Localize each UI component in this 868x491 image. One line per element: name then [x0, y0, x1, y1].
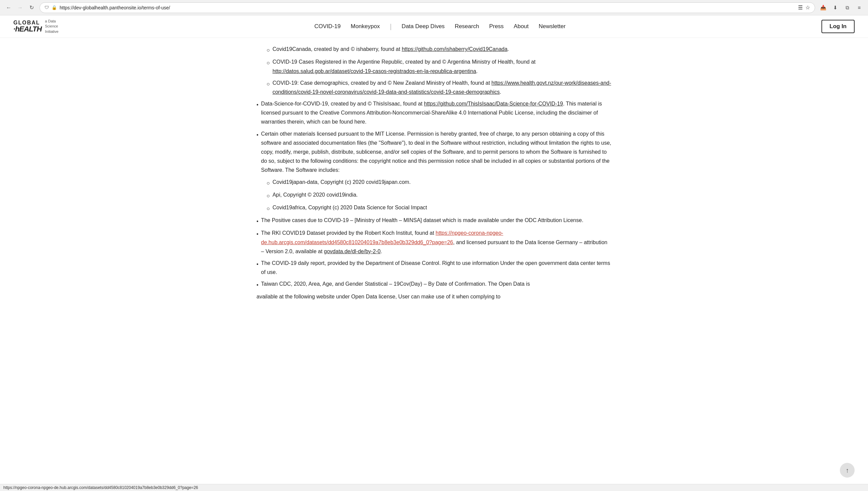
- list-item: • The Positive cases due to COVID-19 – […: [257, 216, 611, 226]
- refresh-icon: ↻: [29, 4, 34, 11]
- logo-subtitle: a Data Science Initiative: [45, 19, 58, 34]
- lock-icon: 🔒: [52, 5, 57, 10]
- nav-newsletter[interactable]: Newsletter: [539, 23, 566, 30]
- list-item: • Taiwan CDC, 2020, Area, Age, and Gende…: [257, 279, 611, 289]
- item-text: Covid19japan-data, Copyright (c) 2020 co…: [273, 177, 411, 187]
- data-science-link[interactable]: https://github.com/ThisIsIsaac/Data-Scie…: [424, 101, 563, 107]
- nav-separator: |: [390, 23, 391, 30]
- browser-actions: 📥 ⬇ ⧉ ≡: [818, 3, 864, 12]
- list-item: ○ COVID-19 Cases Registered in the Argen…: [267, 57, 611, 75]
- list-item: ○ Covid19Canada, created by and © ishabe…: [267, 45, 611, 55]
- download-icon: ⬇: [833, 5, 838, 11]
- nav-covid19[interactable]: COVID-19: [315, 23, 340, 30]
- main-nav: COVID-19 Monkeypox | Data Deep Dives Res…: [315, 23, 566, 30]
- tabs-icon: ⧉: [845, 5, 849, 11]
- bullet-dot: •: [257, 229, 259, 256]
- sub-bullet-circle: ○: [267, 178, 270, 187]
- nav-data-deep-dives[interactable]: Data Deep Dives: [401, 23, 445, 30]
- menu-button[interactable]: ≡: [855, 3, 864, 12]
- content-list: ○ Covid19Canada, created by and © ishabe…: [257, 45, 611, 289]
- partial-text: available at the following website under…: [257, 292, 611, 301]
- list-item: ○ Covid19japan-data, Copyright (c) 2020 …: [267, 177, 611, 187]
- list-item: ○ COVID-19: Case demographics, created b…: [267, 78, 611, 96]
- nav-about[interactable]: About: [514, 23, 529, 30]
- main-content: ○ Covid19Canada, created by and © ishabe…: [243, 38, 625, 315]
- url-display: https://dev-globalhealth.pantheonsite.io…: [60, 5, 795, 10]
- item-text: The COVID-19 daily report, provided by t…: [261, 259, 611, 277]
- list-item: • The RKI COVID19 Dataset provided by th…: [257, 228, 611, 256]
- pocket-icon: 📥: [820, 5, 827, 11]
- star-icon[interactable]: ☆: [805, 4, 810, 11]
- login-button[interactable]: Log In: [821, 20, 855, 33]
- sub-bullet-circle: ○: [267, 204, 270, 213]
- bullet-dot: •: [257, 100, 259, 126]
- list-item: • Data-Science-for-COVID-19, created by …: [257, 99, 611, 126]
- list-item: ○ Api, Copyright © 2020 covid19india.: [267, 190, 611, 200]
- item-text: COVID-19: Case demographics, created by …: [273, 78, 611, 96]
- sub-bullet-circle: ○: [267, 58, 270, 75]
- argentina-link[interactable]: http://datos.salud.gob.ar/dataset/covid-…: [273, 68, 476, 74]
- item-text: The RKI COVID19 Dataset provided by the …: [261, 228, 611, 256]
- download-button[interactable]: ⬇: [831, 3, 840, 12]
- nz-link[interactable]: https://www.health.govt.nz/our-work/dise…: [273, 80, 611, 95]
- rki-link[interactable]: https://npgeo-corona-npgeo-de.hub.arcgis…: [261, 230, 503, 245]
- item-text: Api, Copyright © 2020 covid19india.: [273, 190, 358, 200]
- nav-press[interactable]: Press: [489, 23, 504, 30]
- site-header: GLOBAL ·hEALTH a Data Science Initiative…: [0, 16, 868, 38]
- item-text: Data-Science-for-COVID-19, created by an…: [261, 99, 611, 126]
- item-text: Covid19Canada, created by and © ishaberr…: [273, 45, 509, 55]
- item-text: COVID-19 Cases Registered in the Argenti…: [273, 57, 611, 75]
- list-item: • The COVID-19 daily report, provided by…: [257, 259, 611, 277]
- list-item: ○ Covid19africa, Copyright (c) 2020 Data…: [267, 203, 611, 213]
- item-text: The Positive cases due to COVID-19 – [Mi…: [261, 216, 583, 226]
- logo-area: GLOBAL ·hEALTH a Data Science Initiative: [13, 19, 59, 34]
- bullet-dot: •: [257, 217, 259, 226]
- item-text: Covid19africa, Copyright (c) 2020 Data S…: [273, 203, 427, 213]
- back-icon: ←: [6, 5, 11, 11]
- pocket-button[interactable]: 📥: [818, 3, 828, 12]
- tabs-button[interactable]: ⧉: [842, 3, 852, 12]
- logo-health: ·hEALTH: [13, 25, 41, 33]
- address-bar[interactable]: 🛡 🔒 https://dev-globalhealth.pantheonsit…: [39, 2, 815, 13]
- bullet-dot: •: [257, 260, 259, 277]
- item-text: Certain other materials licensed pursuan…: [261, 129, 611, 175]
- sub-bullet-circle: ○: [267, 79, 270, 96]
- govdata-link[interactable]: govdata.de/dl-de/by-2-0: [324, 249, 381, 254]
- menu-icon: ≡: [858, 5, 861, 10]
- bullet-dot: •: [257, 280, 259, 289]
- list-item: • Certain other materials licensed pursu…: [257, 129, 611, 175]
- browser-chrome: ← → ↻ 🛡 🔒 https://dev-globalhealth.panth…: [0, 0, 868, 16]
- nav-research[interactable]: Research: [455, 23, 479, 30]
- back-button[interactable]: ←: [4, 3, 13, 12]
- reader-icon: ☰: [798, 4, 803, 11]
- forward-button[interactable]: →: [16, 3, 25, 12]
- sub-bullet-circle: ○: [267, 191, 270, 200]
- nav-buttons: ← → ↻: [4, 3, 36, 12]
- refresh-button[interactable]: ↻: [27, 3, 36, 12]
- item-text: Taiwan CDC, 2020, Area, Age, and Gender …: [261, 279, 530, 289]
- site-logo[interactable]: GLOBAL ·hEALTH: [13, 20, 41, 33]
- covid19canada-link[interactable]: https://github.com/ishaberry/Covid19Cana…: [402, 46, 508, 52]
- forward-icon: →: [18, 5, 23, 11]
- shield-icon: 🛡: [44, 5, 49, 10]
- sub-bullet-circle: ○: [267, 46, 270, 55]
- bullet-dot: •: [257, 130, 259, 175]
- nav-monkeypox[interactable]: Monkeypox: [351, 23, 380, 30]
